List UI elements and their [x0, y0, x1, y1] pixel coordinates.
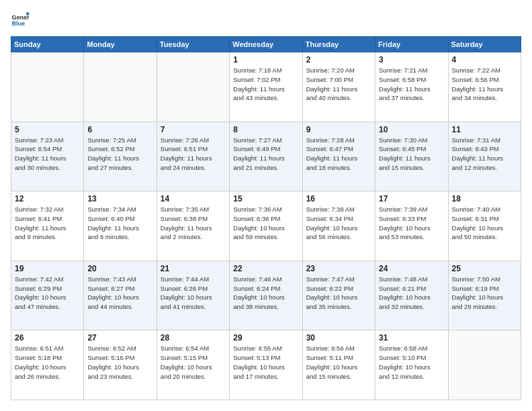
calendar-day-cell: 2Sunrise: 7:20 AM Sunset: 7:00 PM Daylig… [302, 52, 375, 122]
day-number: 12 [15, 194, 80, 203]
day-info: Sunrise: 7:48 AM Sunset: 6:21 PM Dayligh… [379, 275, 444, 312]
day-number: 22 [233, 264, 298, 273]
day-number: 1 [233, 55, 298, 64]
day-info: Sunrise: 7:47 AM Sunset: 6:22 PM Dayligh… [306, 275, 371, 312]
calendar-day-cell: 30Sunrise: 6:56 AM Sunset: 5:11 PM Dayli… [302, 330, 375, 400]
day-info: Sunrise: 7:46 AM Sunset: 6:24 PM Dayligh… [233, 275, 298, 312]
calendar-day-cell: 3Sunrise: 7:21 AM Sunset: 6:58 PM Daylig… [375, 52, 448, 122]
day-info: Sunrise: 7:39 AM Sunset: 6:33 PM Dayligh… [379, 205, 444, 242]
calendar-day-cell: 25Sunrise: 7:50 AM Sunset: 6:19 PM Dayli… [448, 261, 521, 330]
weekday-header-tuesday: Tuesday [157, 37, 229, 52]
weekday-header-sunday: Sunday [11, 37, 84, 52]
calendar-day-cell: 27Sunrise: 6:52 AM Sunset: 5:16 PM Dayli… [84, 330, 157, 400]
calendar-day-cell: 4Sunrise: 7:22 AM Sunset: 6:56 PM Daylig… [448, 52, 521, 122]
calendar-day-cell: 17Sunrise: 7:39 AM Sunset: 6:33 PM Dayli… [375, 191, 448, 261]
day-number: 30 [306, 333, 371, 342]
calendar-week-row: 19Sunrise: 7:42 AM Sunset: 6:29 PM Dayli… [11, 261, 521, 330]
day-number: 23 [306, 264, 371, 273]
day-info: Sunrise: 6:58 AM Sunset: 5:10 PM Dayligh… [379, 344, 444, 381]
day-info: Sunrise: 7:30 AM Sunset: 6:45 PM Dayligh… [379, 136, 444, 173]
calendar-day-cell: 6Sunrise: 7:25 AM Sunset: 6:52 PM Daylig… [84, 122, 157, 191]
weekday-header-row: SundayMondayTuesdayWednesdayThursdayFrid… [11, 37, 521, 52]
calendar-day-cell: 11Sunrise: 7:31 AM Sunset: 6:43 PM Dayli… [448, 122, 521, 191]
day-info: Sunrise: 6:55 AM Sunset: 5:13 PM Dayligh… [233, 344, 298, 381]
weekday-header-friday: Friday [375, 37, 448, 52]
calendar-day-cell: 8Sunrise: 7:27 AM Sunset: 6:49 PM Daylig… [230, 122, 302, 191]
calendar-week-row: 26Sunrise: 6:51 AM Sunset: 5:18 PM Dayli… [11, 330, 521, 400]
calendar-day-cell: 13Sunrise: 7:34 AM Sunset: 6:40 PM Dayli… [84, 191, 157, 261]
day-info: Sunrise: 7:20 AM Sunset: 7:00 PM Dayligh… [306, 66, 371, 103]
day-number: 8 [233, 125, 298, 134]
svg-text:Blue: Blue [11, 20, 25, 27]
calendar-day-cell: 24Sunrise: 7:48 AM Sunset: 6:21 PM Dayli… [375, 261, 448, 330]
day-info: Sunrise: 6:56 AM Sunset: 5:11 PM Dayligh… [306, 344, 371, 381]
day-info: Sunrise: 7:26 AM Sunset: 6:51 PM Dayligh… [161, 136, 226, 173]
calendar-day-cell: 29Sunrise: 6:55 AM Sunset: 5:13 PM Dayli… [230, 330, 302, 400]
day-number: 16 [306, 194, 371, 203]
calendar-day-cell: 7Sunrise: 7:26 AM Sunset: 6:51 PM Daylig… [157, 122, 229, 191]
svg-text:General: General [11, 14, 30, 21]
day-number: 21 [161, 264, 226, 273]
day-number: 3 [379, 55, 444, 64]
calendar-day-cell: 22Sunrise: 7:46 AM Sunset: 6:24 PM Dayli… [230, 261, 302, 330]
day-number: 10 [379, 125, 444, 134]
day-info: Sunrise: 6:54 AM Sunset: 5:15 PM Dayligh… [161, 344, 226, 381]
day-number: 25 [452, 264, 517, 273]
calendar-day-cell: 26Sunrise: 6:51 AM Sunset: 5:18 PM Dayli… [11, 330, 84, 400]
day-info: Sunrise: 7:36 AM Sunset: 6:36 PM Dayligh… [233, 205, 298, 242]
day-number: 26 [15, 333, 80, 342]
calendar-day-cell: 12Sunrise: 7:32 AM Sunset: 6:41 PM Dayli… [11, 191, 84, 261]
day-number: 6 [87, 125, 152, 134]
calendar-day-cell: 21Sunrise: 7:44 AM Sunset: 6:26 PM Dayli… [157, 261, 229, 330]
logo-icon: General Blue [11, 11, 30, 30]
day-info: Sunrise: 7:18 AM Sunset: 7:02 PM Dayligh… [233, 66, 298, 103]
day-info: Sunrise: 7:44 AM Sunset: 6:26 PM Dayligh… [161, 275, 226, 312]
day-info: Sunrise: 7:27 AM Sunset: 6:49 PM Dayligh… [233, 136, 298, 173]
calendar-day-cell: 20Sunrise: 7:43 AM Sunset: 6:27 PM Dayli… [84, 261, 157, 330]
weekday-header-wednesday: Wednesday [230, 37, 302, 52]
day-info: Sunrise: 7:25 AM Sunset: 6:52 PM Dayligh… [87, 136, 152, 173]
calendar-week-row: 12Sunrise: 7:32 AM Sunset: 6:41 PM Dayli… [11, 191, 521, 261]
day-info: Sunrise: 7:35 AM Sunset: 6:38 PM Dayligh… [161, 205, 226, 242]
calendar-day-cell: 28Sunrise: 6:54 AM Sunset: 5:15 PM Dayli… [157, 330, 229, 400]
day-info: Sunrise: 7:40 AM Sunset: 6:31 PM Dayligh… [452, 205, 517, 242]
day-number: 20 [87, 264, 152, 273]
calendar-day-cell [157, 52, 229, 122]
weekday-header-monday: Monday [84, 37, 157, 52]
calendar-day-cell [448, 330, 521, 400]
day-info: Sunrise: 7:34 AM Sunset: 6:40 PM Dayligh… [87, 205, 152, 242]
calendar-day-cell: 1Sunrise: 7:18 AM Sunset: 7:02 PM Daylig… [230, 52, 302, 122]
calendar-day-cell: 15Sunrise: 7:36 AM Sunset: 6:36 PM Dayli… [230, 191, 302, 261]
day-number: 5 [15, 125, 80, 134]
day-number: 29 [233, 333, 298, 342]
day-info: Sunrise: 7:38 AM Sunset: 6:34 PM Dayligh… [306, 205, 371, 242]
calendar-table: SundayMondayTuesdayWednesdayThursdayFrid… [11, 36, 521, 400]
calendar-day-cell: 9Sunrise: 7:28 AM Sunset: 6:47 PM Daylig… [302, 122, 375, 191]
day-number: 19 [15, 264, 80, 273]
day-info: Sunrise: 7:23 AM Sunset: 6:54 PM Dayligh… [15, 136, 80, 173]
day-info: Sunrise: 7:31 AM Sunset: 6:43 PM Dayligh… [452, 136, 517, 173]
day-number: 11 [452, 125, 517, 134]
calendar-week-row: 5Sunrise: 7:23 AM Sunset: 6:54 PM Daylig… [11, 122, 521, 191]
day-info: Sunrise: 6:52 AM Sunset: 5:16 PM Dayligh… [87, 344, 152, 381]
page-header: General Blue [11, 11, 521, 30]
day-info: Sunrise: 7:21 AM Sunset: 6:58 PM Dayligh… [379, 66, 444, 103]
day-number: 27 [87, 333, 152, 342]
day-info: Sunrise: 7:32 AM Sunset: 6:41 PM Dayligh… [15, 205, 80, 242]
calendar-day-cell: 31Sunrise: 6:58 AM Sunset: 5:10 PM Dayli… [375, 330, 448, 400]
day-info: Sunrise: 7:22 AM Sunset: 6:56 PM Dayligh… [452, 66, 517, 103]
weekday-header-thursday: Thursday [302, 37, 375, 52]
day-number: 13 [87, 194, 152, 203]
calendar-day-cell: 19Sunrise: 7:42 AM Sunset: 6:29 PM Dayli… [11, 261, 84, 330]
day-number: 4 [452, 55, 517, 64]
day-number: 31 [379, 333, 444, 342]
day-number: 17 [379, 194, 444, 203]
day-info: Sunrise: 7:42 AM Sunset: 6:29 PM Dayligh… [15, 275, 80, 312]
day-number: 28 [161, 333, 226, 342]
day-number: 15 [233, 194, 298, 203]
calendar-week-row: 1Sunrise: 7:18 AM Sunset: 7:02 PM Daylig… [11, 52, 521, 122]
calendar-day-cell: 18Sunrise: 7:40 AM Sunset: 6:31 PM Dayli… [448, 191, 521, 261]
calendar-day-cell [11, 52, 84, 122]
day-number: 14 [161, 194, 226, 203]
day-info: Sunrise: 7:43 AM Sunset: 6:27 PM Dayligh… [87, 275, 152, 312]
